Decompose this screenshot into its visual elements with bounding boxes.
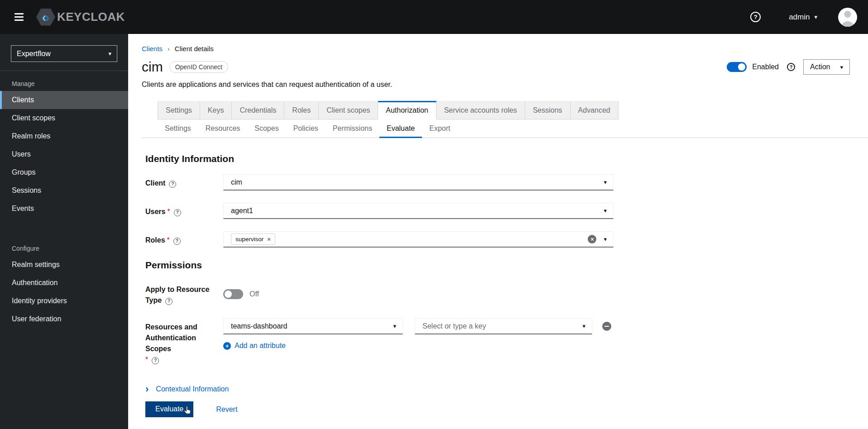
enabled-toggle[interactable] — [727, 62, 747, 72]
resources-scopes-row: Resources and Authentication Scopes *? t… — [145, 318, 868, 365]
username: admin — [789, 13, 810, 22]
client-tabs: Settings Keys Credentials Roles Client s… — [158, 101, 619, 119]
tab-credentials[interactable]: Credentials — [232, 101, 284, 119]
role-chip-label: supervisor — [235, 236, 264, 243]
tab-service-accounts-roles[interactable]: Service accounts roles — [436, 101, 525, 119]
nav-group-manage: Manage — [0, 71, 128, 91]
caret-down-icon: ▾ — [604, 179, 607, 186]
toggle-state-label: Off — [249, 290, 259, 298]
breadcrumb-current: Client details — [175, 45, 214, 52]
users-select-value: agent1 — [231, 207, 604, 215]
logo-chevron-right-icon: › — [45, 10, 50, 24]
tab-roles[interactable]: Roles — [284, 101, 319, 119]
clear-all-icon[interactable]: × — [588, 235, 596, 243]
chevron-right-icon: › — [145, 384, 149, 394]
subtab-resources[interactable]: Resources — [198, 119, 247, 138]
subtab-policies[interactable]: Policies — [286, 119, 326, 138]
subtab-export[interactable]: Export — [422, 119, 457, 138]
sidebar-item-realm-settings[interactable]: Realm settings — [0, 256, 128, 274]
caret-down-icon: ▾ — [840, 64, 843, 70]
evaluate-button[interactable]: Evaluate — [145, 401, 193, 417]
roles-chip-area: supervisor × — [231, 234, 588, 245]
help-icon[interactable]: ? — [750, 12, 761, 22]
client-header-controls: Enabled ? Action ▾ — [727, 59, 850, 75]
action-dropdown-label: Action — [810, 63, 830, 71]
tab-authorization[interactable]: Authorization — [378, 101, 436, 119]
add-attribute-button[interactable]: + Add an attribute — [223, 342, 614, 350]
protocol-badge: OpenID Connect — [169, 61, 228, 73]
client-field-row: Client? cim ▾ — [145, 174, 868, 191]
breadcrumb-clients-link[interactable]: Clients — [142, 45, 163, 52]
tab-settings[interactable]: Settings — [158, 101, 200, 119]
roles-multiselect[interactable]: supervisor × × ▾ — [223, 231, 614, 248]
subtab-scopes[interactable]: Scopes — [247, 119, 286, 138]
caret-down-icon: ▾ — [108, 51, 111, 57]
masthead-toolbar: ? admin ▾ — [750, 8, 857, 27]
resources-scopes-label: Resources and Authentication Scopes *? — [145, 318, 223, 365]
sidebar-item-sessions[interactable]: Sessions — [0, 181, 128, 200]
cursor-pointer-icon — [183, 405, 192, 415]
apply-resource-type-toggle[interactable] — [223, 289, 243, 299]
chip-remove-icon[interactable]: × — [267, 236, 271, 243]
roles-field-label: Roles*? — [145, 231, 223, 248]
tab-client-scopes[interactable]: Client scopes — [319, 101, 378, 119]
sidebar-item-identity-providers[interactable]: Identity providers — [0, 292, 128, 310]
keycloak-hexagon-icon: ‹ › — [36, 9, 55, 26]
scope-key-select[interactable]: Select or type a key ▾ — [415, 318, 592, 334]
tab-sessions[interactable]: Sessions — [525, 101, 571, 119]
roles-help-icon[interactable]: ? — [173, 238, 181, 245]
keycloak-logo-text: KEYCLOAK — [57, 10, 125, 24]
keycloak-logo: ‹ › KEYCLOAK — [36, 9, 125, 26]
sidebar-item-realm-roles[interactable]: Realm roles — [0, 127, 128, 145]
page-title: cim — [142, 59, 163, 75]
toggle-knob — [738, 63, 745, 71]
users-help-icon[interactable]: ? — [174, 209, 181, 216]
caret-down-icon: ▾ — [393, 323, 396, 329]
sidebar-item-clients[interactable]: Clients — [0, 91, 128, 109]
contextual-information-expander[interactable]: › Contextual Information — [145, 384, 868, 394]
subtab-evaluate[interactable]: Evaluate — [379, 119, 422, 138]
enabled-help-icon[interactable]: ? — [787, 63, 795, 71]
sidebar-item-users[interactable]: Users — [0, 145, 128, 163]
contextual-information-label: Contextual Information — [156, 385, 229, 393]
nav-group-configure: Configure — [0, 236, 128, 256]
breadcrumb: Clients › Client details — [128, 34, 868, 52]
avatar-body-icon — [841, 21, 854, 27]
breadcrumb-separator-icon: › — [168, 45, 170, 52]
sidebar-item-events[interactable]: Events — [0, 200, 128, 218]
required-asterisk: * — [145, 356, 148, 363]
sidebar-item-client-scopes[interactable]: Client scopes — [0, 109, 128, 127]
apply-resource-type-help-icon[interactable]: ? — [165, 298, 173, 305]
caret-down-icon: ▾ — [604, 236, 607, 243]
users-select[interactable]: agent1 ▾ — [223, 203, 614, 219]
users-field-row: Users*? agent1 ▾ — [145, 203, 868, 219]
client-select-value: cim — [231, 178, 604, 186]
sidebar-nav: Manage Clients Client scopes Realm roles… — [0, 71, 128, 328]
required-asterisk: * — [167, 236, 170, 244]
client-help-icon[interactable]: ? — [169, 181, 176, 188]
sidebar-item-groups[interactable]: Groups — [0, 163, 128, 181]
action-dropdown[interactable]: Action ▾ — [803, 59, 850, 75]
user-menu-dropdown[interactable]: admin ▾ — [789, 13, 817, 22]
realm-selector[interactable]: Expertflow ▾ — [11, 45, 117, 62]
caret-down-icon: ▾ — [582, 323, 585, 329]
subtab-permissions[interactable]: Permissions — [326, 119, 379, 138]
hamburger-menu-icon[interactable] — [12, 10, 26, 24]
resource-select[interactable]: teams-dashboard ▾ — [223, 318, 403, 334]
tab-advanced[interactable]: Advanced — [571, 101, 619, 119]
form-actions: Evaluate Revert — [145, 401, 868, 417]
apply-resource-type-row: Apply to Resource Type? Off — [145, 281, 868, 306]
tab-keys[interactable]: Keys — [200, 101, 232, 119]
authorization-subtabs: Settings Resources Scopes Policies Permi… — [142, 119, 868, 138]
required-asterisk: * — [167, 208, 170, 215]
remove-row-icon[interactable] — [602, 322, 611, 331]
revert-link[interactable]: Revert — [216, 405, 237, 414]
subtab-settings[interactable]: Settings — [158, 119, 198, 138]
sidebar-item-authentication[interactable]: Authentication — [0, 274, 128, 292]
toggle-knob — [225, 291, 232, 298]
avatar[interactable] — [838, 8, 857, 27]
client-select[interactable]: cim ▾ — [223, 174, 614, 191]
resource-select-value: teams-dashboard — [231, 322, 393, 330]
resources-scopes-help-icon[interactable]: ? — [152, 357, 159, 364]
sidebar-item-user-federation[interactable]: User federation — [0, 310, 128, 328]
